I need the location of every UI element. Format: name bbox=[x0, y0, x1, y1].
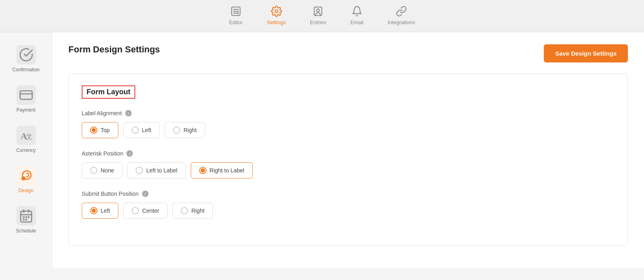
asterisk-position-group: Asterisk Position i None Left to Label bbox=[82, 150, 615, 178]
payment-icon-wrapper bbox=[17, 85, 36, 105]
submit-right[interactable]: Right bbox=[172, 203, 213, 219]
asterisk-position-options: None Left to Label Right to Label bbox=[82, 162, 615, 178]
content-area: Form Design Settings Save Design Setting… bbox=[52, 32, 644, 268]
asterisk-position-info-icon[interactable]: i bbox=[126, 150, 133, 157]
radio-right-label-inner bbox=[201, 168, 205, 172]
submit-left-text: Left bbox=[101, 207, 110, 214]
design-icon-wrapper bbox=[17, 166, 36, 185]
label-alignment-info-icon[interactable]: i bbox=[125, 110, 132, 116]
sidebar-item-payment[interactable]: Payment bbox=[4, 81, 48, 118]
radio-top-inner bbox=[92, 128, 96, 132]
currency-icon-wrapper: A 文 bbox=[17, 126, 36, 145]
asterisk-none-text: None bbox=[101, 167, 114, 174]
radio-left-dot bbox=[132, 127, 139, 134]
submit-center[interactable]: Center bbox=[123, 203, 167, 219]
nav-label-editor: Editor bbox=[229, 19, 243, 25]
asterisk-right-to-label[interactable]: Right to Label bbox=[191, 162, 253, 178]
form-layout-section: Form Layout Label Alignment i Top bbox=[68, 74, 628, 246]
main-area: Confirmation Payment A 文 Currency bbox=[0, 32, 644, 268]
nav-item-email[interactable]: Email bbox=[350, 6, 363, 25]
label-alignment-right[interactable]: Right bbox=[165, 122, 205, 138]
asterisk-position-label: Asterisk Position i bbox=[82, 150, 615, 157]
sidebar-label-schedule: Schedule bbox=[16, 228, 36, 234]
radio-submit-center-dot bbox=[132, 207, 139, 214]
sidebar-label-confirmation: Confirmation bbox=[12, 67, 39, 73]
asterisk-none[interactable]: None bbox=[82, 162, 122, 178]
submit-button-position-label: Submit Button Position i bbox=[82, 191, 615, 197]
sidebar-item-schedule[interactable]: Schedule bbox=[4, 201, 48, 239]
submit-button-position-options: Left Center Right bbox=[82, 203, 615, 219]
sidebar-label-currency: Currency bbox=[16, 147, 36, 153]
label-alignment-top[interactable]: Top bbox=[82, 122, 118, 138]
schedule-icon-wrapper bbox=[17, 206, 36, 226]
sidebar-item-currency[interactable]: A 文 Currency bbox=[4, 121, 48, 158]
nav-label-integrations: Integrations bbox=[388, 19, 415, 25]
nav-label-settings: Settings bbox=[267, 19, 286, 25]
svg-point-12 bbox=[22, 177, 25, 180]
submit-left[interactable]: Left bbox=[82, 203, 118, 219]
label-alignment-right-text: Right bbox=[184, 127, 197, 133]
top-nav: Editor Settings Entries Email Integratio… bbox=[0, 0, 644, 32]
nav-label-email: Email bbox=[350, 19, 363, 25]
form-layout-title: Form Layout bbox=[82, 85, 135, 99]
sidebar-label-payment: Payment bbox=[17, 107, 35, 113]
confirmation-icon-wrapper bbox=[17, 45, 36, 64]
label-alignment-group: Label Alignment i Top Left bbox=[82, 110, 615, 138]
nav-item-editor[interactable]: Editor bbox=[229, 6, 243, 25]
sidebar: Confirmation Payment A 文 Currency bbox=[0, 32, 52, 268]
asterisk-left-to-label-text: Left to Label bbox=[146, 167, 177, 174]
nav-label-entries: Entries bbox=[310, 19, 326, 25]
radio-submit-left-dot bbox=[90, 207, 97, 214]
label-alignment-top-text: Top bbox=[101, 127, 110, 133]
radio-submit-right-dot bbox=[181, 207, 188, 214]
nav-item-settings[interactable]: Settings bbox=[267, 6, 286, 25]
page-title: Form Design Settings bbox=[68, 44, 160, 55]
svg-point-4 bbox=[275, 10, 278, 13]
submit-right-text: Right bbox=[191, 207, 204, 214]
submit-button-position-group: Submit Button Position i Left Center bbox=[82, 191, 615, 219]
submit-position-info-icon[interactable]: i bbox=[142, 191, 149, 197]
asterisk-left-to-label[interactable]: Left to Label bbox=[127, 162, 186, 178]
label-alignment-options: Top Left Right bbox=[82, 122, 615, 138]
svg-point-6 bbox=[317, 9, 320, 12]
svg-rect-7 bbox=[20, 91, 32, 100]
radio-top-dot bbox=[90, 127, 97, 134]
radio-submit-left-inner bbox=[92, 209, 96, 213]
radio-right-dot bbox=[173, 127, 180, 134]
svg-text:文: 文 bbox=[25, 133, 32, 141]
label-alignment-label: Label Alignment i bbox=[82, 110, 615, 116]
asterisk-right-to-label-text: Right to Label bbox=[210, 167, 244, 174]
label-alignment-left-text: Left bbox=[142, 127, 151, 133]
sidebar-item-confirmation[interactable]: Confirmation bbox=[4, 40, 48, 77]
sidebar-item-design[interactable]: Design bbox=[4, 161, 48, 198]
radio-none-dot bbox=[90, 167, 97, 174]
page-header: Form Design Settings Save Design Setting… bbox=[68, 44, 628, 62]
nav-item-integrations[interactable]: Integrations bbox=[388, 6, 415, 25]
radio-left-label-dot bbox=[136, 167, 143, 174]
save-design-settings-button[interactable]: Save Design Settings bbox=[544, 44, 628, 62]
radio-right-label-dot bbox=[199, 167, 206, 174]
label-alignment-left[interactable]: Left bbox=[123, 122, 160, 138]
nav-item-entries[interactable]: Entries bbox=[310, 6, 326, 25]
sidebar-label-design: Design bbox=[19, 188, 33, 193]
submit-center-text: Center bbox=[142, 207, 159, 214]
